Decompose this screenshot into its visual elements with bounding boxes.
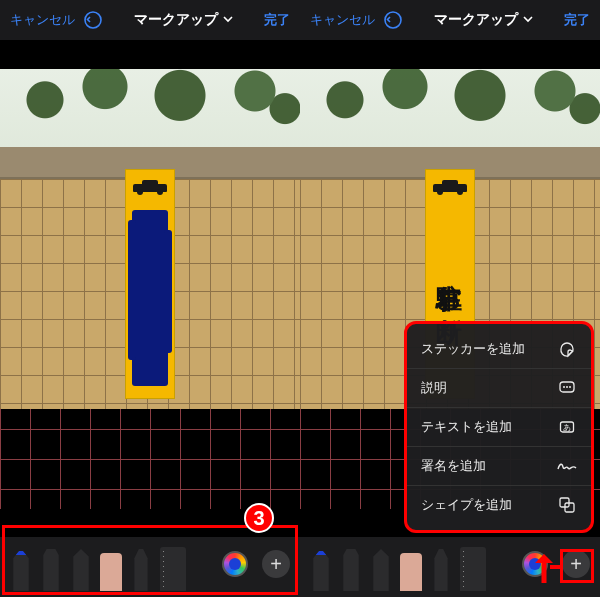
cancel-button[interactable]: キャンセル xyxy=(10,11,75,29)
screen-left: キャンセル マークアップ 完了 xyxy=(0,0,300,597)
tool-ruler[interactable] xyxy=(160,543,186,591)
menu-label: シェイプを追加 xyxy=(421,496,512,514)
menu-label: テキストを追加 xyxy=(421,418,512,436)
undo-icon[interactable] xyxy=(383,10,403,30)
svg-text:あ: あ xyxy=(563,423,571,432)
markup-title: マークアップ xyxy=(134,11,218,29)
menu-add-signature[interactable]: 署名を追加 xyxy=(407,447,591,486)
topbar: キャンセル マークアップ 完了 xyxy=(300,0,600,40)
page-title: マークアップ xyxy=(134,11,234,29)
tool-pencil[interactable] xyxy=(370,543,392,591)
tool-lasso[interactable] xyxy=(130,543,152,591)
menu-label: ステッカーを追加 xyxy=(421,340,525,358)
annotation-connector xyxy=(550,565,560,569)
tool-ruler[interactable] xyxy=(460,543,486,591)
speech-bubble-icon xyxy=(557,378,577,398)
screen-right: キャンセル マークアップ 完了 駐車お断り xyxy=(300,0,600,597)
done-button[interactable]: 完了 xyxy=(564,11,590,29)
photo-canvas[interactable] xyxy=(0,40,300,537)
chevron-down-icon[interactable] xyxy=(222,12,234,28)
undo-icon[interactable] xyxy=(83,10,103,30)
car-icon xyxy=(433,180,467,194)
add-button[interactable]: + xyxy=(262,550,290,578)
tool-marker[interactable] xyxy=(340,543,362,591)
tool-lasso[interactable] xyxy=(430,543,452,591)
car-icon xyxy=(133,180,167,194)
tool-marker[interactable] xyxy=(40,543,62,591)
annotation-box-plus xyxy=(560,549,594,583)
menu-add-shape[interactable]: シェイプを追加 xyxy=(407,486,591,524)
done-button[interactable]: 完了 xyxy=(264,11,290,29)
menu-description[interactable]: 説明 xyxy=(407,369,591,408)
sticker-icon xyxy=(557,339,577,359)
menu-add-sticker[interactable]: ステッカーを追加 xyxy=(407,330,591,369)
menu-add-text[interactable]: テキストを追加 あ xyxy=(407,408,591,447)
tool-pen[interactable] xyxy=(10,543,32,591)
page-title: マークアップ xyxy=(434,11,534,29)
svg-point-3 xyxy=(563,386,565,388)
signature-icon xyxy=(557,456,577,476)
parking-sign xyxy=(125,169,175,399)
color-picker[interactable] xyxy=(222,551,248,577)
markup-title: マークアップ xyxy=(434,11,518,29)
color-picker[interactable] xyxy=(522,551,548,577)
cancel-button[interactable]: キャンセル xyxy=(310,11,375,29)
menu-label: 説明 xyxy=(421,379,447,397)
markup-toolbar: + xyxy=(0,537,300,597)
svg-point-5 xyxy=(569,386,571,388)
tool-pencil[interactable] xyxy=(70,543,92,591)
svg-point-4 xyxy=(566,386,568,388)
chevron-down-icon[interactable] xyxy=(522,12,534,28)
tool-eraser[interactable] xyxy=(100,543,122,591)
shapes-icon xyxy=(557,495,577,515)
tool-eraser[interactable] xyxy=(400,543,422,591)
menu-label: 署名を追加 xyxy=(421,457,486,475)
topbar: キャンセル マークアップ 完了 xyxy=(0,0,300,40)
textbox-icon: あ xyxy=(557,417,577,437)
step-badge-3: 3 xyxy=(244,503,274,533)
tool-pen[interactable] xyxy=(310,543,332,591)
pen-scribble xyxy=(132,210,168,386)
add-menu-popup: ステッカーを追加 説明 テキストを追加 あ 署名を追加 シェイプを追加 xyxy=(404,321,594,533)
